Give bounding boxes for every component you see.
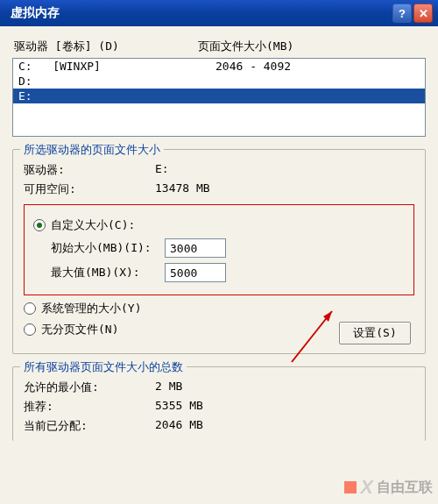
header-pagefile: 页面文件大小(MB) <box>198 39 293 54</box>
min-value: 2 MB <box>155 380 182 395</box>
drive-list-header: 驱动器 [卷标] (D) 页面文件大小(MB) <box>14 39 424 54</box>
radio-icon <box>24 323 36 336</box>
max-size-label: 最大值(MB)(X): <box>51 265 165 280</box>
watermark-x-icon: X <box>360 476 373 499</box>
close-icon: ✕ <box>419 7 428 20</box>
group-legend: 所选驱动器的页面文件大小 <box>20 142 164 158</box>
radio-label: 自定义大小(C): <box>51 217 135 233</box>
initial-size-input[interactable] <box>165 238 226 258</box>
set-button[interactable]: 设置(S) <box>339 322 411 344</box>
cur-row: 当前已分配: 2046 MB <box>24 418 414 434</box>
initial-size-row: 初始大小(MB)(I): <box>51 238 405 258</box>
rec-value: 5355 MB <box>155 399 203 415</box>
titlebar: 虚拟内存 ? ✕ <box>0 0 438 26</box>
rec-label: 推荐: <box>24 399 155 415</box>
drive-row-kv: 驱动器: E: <box>24 162 414 178</box>
radio-icon <box>24 302 36 315</box>
space-value: 13478 MB <box>155 181 210 197</box>
close-button[interactable]: ✕ <box>413 4 433 23</box>
cur-label: 当前已分配: <box>24 418 155 434</box>
drive-list[interactable]: C: [WINXP] 2046 - 4092 D: E: <box>12 58 426 137</box>
drive-row[interactable]: E: <box>13 89 425 103</box>
initial-size-label: 初始大小(MB)(I): <box>51 240 165 256</box>
space-row-kv: 可用空间: 13478 MB <box>24 181 414 197</box>
drive-row[interactable]: D: <box>13 74 425 89</box>
dialog-content: 驱动器 [卷标] (D) 页面文件大小(MB) C: [WINXP] 2046 … <box>0 26 438 504</box>
max-size-row: 最大值(MB)(X): <box>51 263 405 282</box>
radio-label: 系统管理的大小(Y) <box>41 301 141 316</box>
drive-value: E: <box>155 162 169 178</box>
help-icon: ? <box>399 7 406 20</box>
rec-row: 推荐: 5355 MB <box>24 399 414 415</box>
watermark-square-icon <box>344 481 357 493</box>
max-size-input[interactable] <box>165 263 226 282</box>
drive-row[interactable]: C: [WINXP] 2046 - 4092 <box>13 59 425 74</box>
radio-custom-size[interactable]: 自定义大小(C): <box>33 217 405 233</box>
radio-label: 无分页文件(N) <box>41 322 118 337</box>
help-button[interactable]: ? <box>392 4 412 23</box>
watermark-text: 自由互联 <box>377 479 433 497</box>
totals-group: 所有驱动器页面文件大小的总数 允许的最小值: 2 MB 推荐: 5355 MB … <box>12 366 426 441</box>
radio-icon <box>33 219 46 231</box>
min-row: 允许的最小值: 2 MB <box>24 380 414 395</box>
custom-size-highlight: 自定义大小(C): 初始大小(MB)(I): 最大值(MB)(X): <box>24 204 414 295</box>
radio-system-managed[interactable]: 系统管理的大小(Y) <box>24 301 414 316</box>
cur-value: 2046 MB <box>155 418 203 434</box>
group-legend: 所有驱动器页面文件大小的总数 <box>20 359 187 375</box>
space-label: 可用空间: <box>24 181 155 197</box>
window-title: 虚拟内存 <box>11 5 391 21</box>
header-drive: 驱动器 [卷标] (D) <box>14 39 198 54</box>
selected-drive-group: 所选驱动器的页面文件大小 驱动器: E: 可用空间: 13478 MB 自定义大… <box>12 149 426 354</box>
drive-label: 驱动器: <box>24 162 155 178</box>
watermark: X 自由互联 <box>344 476 433 499</box>
min-label: 允许的最小值: <box>24 380 155 395</box>
